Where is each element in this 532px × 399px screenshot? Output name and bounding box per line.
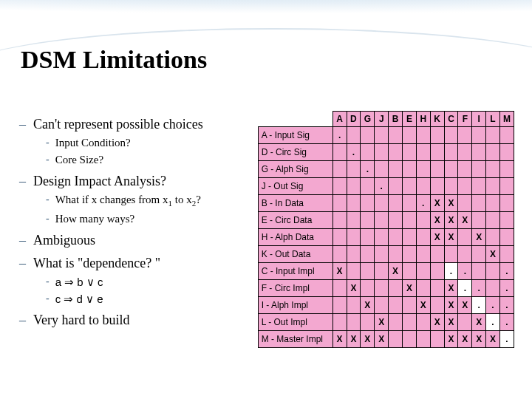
dsm-cell (430, 144, 444, 161)
dsm-cell (416, 212, 430, 229)
dsm-cell (430, 280, 444, 297)
bullet-text: What is "dependence? " (33, 254, 252, 273)
bullet-text: Can't represent possible choices (33, 115, 252, 134)
dsm-cell (416, 144, 430, 161)
bullet-text: c ⇒ d ∨ e (55, 291, 103, 307)
dsm-cell (444, 127, 458, 144)
dsm-cell (361, 178, 375, 195)
dsm-row-header: L - Out Impl (258, 314, 332, 331)
dsm-col-header: B (389, 112, 403, 127)
dsm-cell (430, 246, 444, 263)
dsm-row-header: K - Out Data (258, 246, 332, 263)
dsm-cell (486, 178, 500, 195)
dsm-cell (458, 127, 472, 144)
dsm-cell (499, 144, 514, 161)
dsm-col-header: H (416, 112, 430, 127)
dsm-cell: . (347, 144, 361, 161)
dsm-row-header: B - In Data (258, 195, 332, 212)
dsm-cell (361, 212, 375, 229)
dsm-cell: X (416, 297, 430, 314)
dsm-cell (375, 263, 389, 280)
dsm-cell (416, 127, 430, 144)
dsm-cell: X (444, 212, 458, 229)
dsm-cell (472, 178, 486, 195)
dsm-cell (458, 229, 472, 246)
dsm-cell (458, 178, 472, 195)
dsm-col-header: A (332, 112, 347, 127)
dsm-cell (403, 161, 417, 178)
dsm-cell (375, 195, 389, 212)
dsm-row-header: J - Out Sig (258, 178, 332, 195)
dsm-cell (416, 280, 430, 297)
dsm-col-header: M (499, 112, 514, 127)
dsm-cell (347, 246, 361, 263)
dsm-cell (332, 229, 347, 246)
dsm-row-header: I - Alph Impl (258, 297, 332, 314)
dsm-cell: X (389, 263, 403, 280)
dsm-cell: . (375, 178, 389, 195)
bullet-item: – What is "dependence? " (18, 254, 252, 273)
dsm-row-header: F - Circ Impl (258, 280, 332, 297)
dsm-cell (486, 195, 500, 212)
bullet-text: What if x changes from x1 to x2? (55, 192, 201, 209)
dsm-row-header: C - Input Impl (258, 263, 332, 280)
dsm-cell (430, 127, 444, 144)
dsm-cell (389, 195, 403, 212)
sub-bullet-item: - How many ways? (46, 211, 252, 227)
sub-bullet-item: - What if x changes from x1 to x2? (46, 192, 252, 209)
dsm-cell: . (486, 297, 500, 314)
dsm-cell (347, 195, 361, 212)
dsm-cell: X (444, 314, 458, 331)
dsm-cell (472, 161, 486, 178)
dsm-cell: . (486, 314, 500, 331)
page-title: DSM Limitations (21, 46, 207, 74)
dsm-cell (430, 331, 444, 348)
dsm-cell: X (458, 331, 472, 348)
dsm-cell (403, 195, 417, 212)
dsm-cell (499, 127, 514, 144)
dsm-cell: . (499, 280, 514, 297)
dsm-cell: X (458, 212, 472, 229)
dsm-cell (486, 263, 500, 280)
dsm-cell (347, 229, 361, 246)
dsm-cell: . (499, 331, 514, 348)
dash-icon: – (19, 115, 26, 134)
dash-icon: - (46, 152, 50, 168)
dsm-cell (332, 212, 347, 229)
dsm-cell (472, 212, 486, 229)
dsm-cell (444, 161, 458, 178)
dsm-cell (444, 144, 458, 161)
dsm-cell: X (458, 297, 472, 314)
dsm-cell (389, 212, 403, 229)
dsm-cell (389, 297, 403, 314)
dsm-cell (416, 263, 430, 280)
dsm-cell: X (486, 331, 500, 348)
dsm-cell (332, 161, 347, 178)
dsm-cell: . (499, 263, 514, 280)
dsm-cell (332, 314, 347, 331)
dsm-row-header: M - Master Impl (258, 331, 332, 348)
dsm-cell (347, 314, 361, 331)
bullet-text: a ⇒ b ∨ c (55, 274, 103, 290)
dsm-cell (375, 297, 389, 314)
dsm-cell (403, 297, 417, 314)
dsm-cell (389, 144, 403, 161)
bullet-list: – Can't represent possible choices - Inp… (18, 111, 252, 330)
bullet-item: – Can't represent possible choices (18, 115, 252, 134)
dsm-cell (444, 178, 458, 195)
dsm-cell (499, 246, 514, 263)
dsm-cell (416, 331, 430, 348)
dsm-cell: . (472, 297, 486, 314)
dash-icon: – (19, 254, 26, 273)
dsm-cell (332, 144, 347, 161)
dsm-cell: . (458, 263, 472, 280)
dsm-cell (389, 246, 403, 263)
dsm-cell (361, 127, 375, 144)
dsm-cell (458, 161, 472, 178)
sub-bullet-item: - a ⇒ b ∨ c (46, 274, 252, 290)
dsm-cell (375, 127, 389, 144)
dsm-cell (416, 246, 430, 263)
dsm-col-header: I (472, 112, 486, 127)
dsm-cell (389, 161, 403, 178)
dsm-cell: X (444, 229, 458, 246)
